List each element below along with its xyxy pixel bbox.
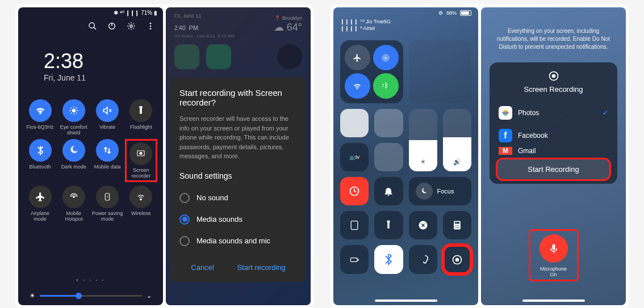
svg-point-18 (382, 86, 383, 87)
svg-point-14 (384, 57, 387, 59)
apple-tv-button[interactable]: 📺tv (340, 143, 369, 171)
shazam-button[interactable] (409, 211, 437, 239)
qs-label: Mobile data (94, 164, 121, 170)
qs-label: Screen recorder (128, 167, 154, 179)
calculator-button[interactable] (443, 211, 471, 239)
battery-percentage: 88% (446, 10, 457, 16)
status-bar: ✱ ⁴⁶ ❙❙❙ 71% ▮ (18, 7, 163, 18)
carrier-info: ❙❙❙❙ ⁵ᴳ Jio True5G ❙❙❙❙ ᴬ Airtel (333, 19, 478, 32)
svg-point-38 (503, 111, 505, 114)
clock-time: 2:38 (44, 49, 163, 73)
flashlight-icon (129, 99, 152, 122)
connectivity-panel (340, 40, 403, 103)
do-not-disturb-toggle[interactable] (340, 177, 369, 205)
qs-tile-screen-rec[interactable]: Screen recorder (125, 139, 157, 182)
start-recording-button[interactable]: Start recording (237, 263, 285, 272)
qs-label: Power saving mode (91, 210, 124, 222)
svg-point-5 (150, 23, 152, 24)
app-icon (499, 106, 512, 120)
dialog-description: Screen recorder will have access to the … (179, 114, 297, 161)
orientation-lock-button[interactable] (340, 211, 369, 239)
radio-media-and-mic[interactable]: Media sounds and mic (179, 230, 297, 252)
brightness-slider[interactable]: ☀ (409, 109, 437, 172)
alarm-button[interactable] (374, 177, 403, 205)
qs-label: Airplane mode (24, 210, 56, 222)
battery-icon (460, 10, 471, 16)
app-icon: f (499, 129, 512, 142)
qs-tile-moon[interactable]: Dark mode (57, 139, 90, 182)
chevron-down-icon[interactable]: ⌄ (147, 292, 152, 299)
qs-label: Flashlight (130, 124, 152, 130)
qs-tile-sun[interactable]: Eye comfort shield (57, 99, 90, 136)
app-name: Photos (518, 109, 539, 117)
qs-label: Fios-6Q3Hz (27, 124, 54, 130)
gear-icon[interactable] (127, 22, 136, 32)
app-option-facebook[interactable]: fFacebook (490, 124, 617, 147)
flashlight-button[interactable] (374, 211, 403, 239)
panel-title: Screen Recording (490, 85, 617, 94)
qs-tile-airplane[interactable]: Airplane mode (24, 185, 56, 222)
power-icon[interactable] (107, 22, 116, 32)
home-indicator[interactable] (522, 299, 585, 302)
radio-label: Media sounds (196, 215, 242, 223)
svg-point-4 (130, 25, 132, 27)
dialog-title: Start recording with Screen recorder? (179, 88, 297, 107)
android-quick-settings-panel: ✱ ⁴⁶ ❙❙❙ 71% ▮ 2:38 Fri, June 11 Fios-6Q… (18, 7, 163, 305)
cellular-bluetooth-toggle[interactable] (373, 73, 399, 99)
more-icon[interactable] (146, 22, 155, 32)
airplane-mode-toggle[interactable] (345, 45, 370, 70)
shortcut-button[interactable] (374, 143, 403, 171)
svg-point-6 (150, 26, 152, 27)
app-option-photos[interactable]: Photos✓ (490, 102, 617, 124)
screen-rec-icon (129, 142, 152, 165)
qs-tile-flashlight[interactable]: Flashlight (125, 99, 157, 136)
sun-icon (62, 99, 85, 122)
bluetooth-button[interactable] (374, 245, 403, 273)
qs-tile-bluetooth[interactable]: Bluetooth (24, 139, 56, 182)
radio-media-sounds[interactable]: Media sounds (179, 209, 297, 230)
radio-no-sound[interactable]: No sound (179, 187, 297, 209)
qs-tile-wireless[interactable]: Wireless (125, 185, 157, 222)
qs-tile-speaker-mute[interactable]: Vibrate (91, 99, 124, 136)
home-indicator[interactable] (375, 299, 437, 302)
microphone-toggle[interactable] (540, 234, 568, 263)
brightness-slider[interactable] (40, 295, 142, 297)
wifi-toggle[interactable] (345, 73, 370, 99)
qs-tile-wifi[interactable]: Fios-6Q3Hz (24, 99, 56, 136)
lock-rotation-toggle[interactable] (340, 109, 369, 137)
checkmark-icon: ✓ (603, 109, 608, 117)
microphone-label: Microphone On (540, 266, 568, 277)
qs-tile-hotspot[interactable]: Mobile Hotspot (57, 185, 90, 222)
screen-recording-panel: Screen Recording Photos✓fFacebookMGmail … (490, 62, 617, 184)
airdrop-toggle[interactable] (373, 45, 399, 70)
widget-location: 📍 Brooklyn (274, 15, 302, 21)
screen-recording-button[interactable] (443, 245, 471, 273)
brightness-low-icon: ☀ (30, 292, 35, 299)
svg-rect-22 (455, 222, 459, 223)
media-panel[interactable] (409, 40, 472, 103)
svg-point-27 (457, 227, 458, 229)
cancel-button[interactable]: Cancel (191, 263, 214, 272)
screen-mirroring-button[interactable] (374, 109, 403, 137)
moon-icon (62, 139, 85, 162)
app-icon: M (499, 147, 512, 155)
focus-button[interactable]: Focus (409, 177, 472, 205)
wireless-icon (129, 185, 152, 208)
app-option-gmail[interactable]: MGmail (490, 147, 617, 155)
svg-point-23 (455, 225, 457, 226)
qs-label: Mobile Hotspot (57, 210, 90, 222)
qs-tile-swap[interactable]: Mobile data (91, 139, 124, 182)
focus-label: Focus (437, 188, 454, 195)
qs-tile-power-save[interactable]: Power saving mode (91, 185, 124, 222)
radio-label: No sound (196, 193, 228, 202)
app-icon (174, 44, 199, 69)
power-save-icon (96, 185, 119, 208)
low-power-button[interactable] (340, 245, 369, 273)
svg-rect-29 (350, 258, 357, 261)
volume-slider[interactable]: 🔊 (443, 109, 471, 172)
start-recording-button[interactable]: Start Recording (497, 159, 609, 179)
widget-temp: ☁ 64° (274, 21, 302, 33)
search-icon[interactable] (88, 22, 97, 32)
hearing-button[interactable] (409, 245, 437, 273)
status-icons: ✱ ⁴⁶ ❙❙❙ 71% ▮ (114, 10, 157, 16)
